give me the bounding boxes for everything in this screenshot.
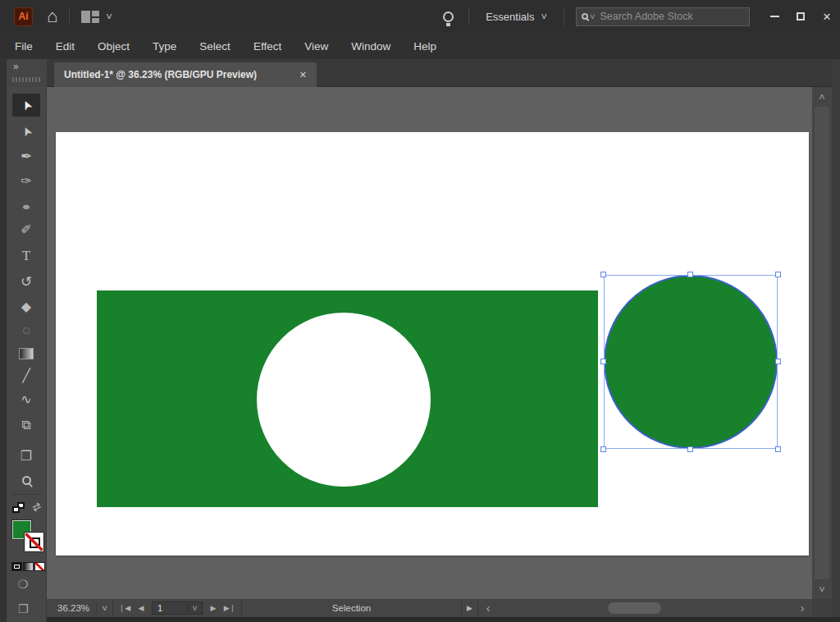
arrange-documents-chevron-icon[interactable]: ˅: [106, 11, 112, 22]
eyedropper-tool[interactable]: ╱: [12, 364, 40, 387]
stroke-color-swatch[interactable]: [25, 533, 43, 551]
puppet-warp-tool-icon: ∿: [21, 393, 31, 406]
menu-window[interactable]: Window: [340, 33, 402, 59]
left-edge-strip: [0, 59, 7, 622]
rotate-tool-icon: ↺: [21, 275, 32, 289]
eyedropper-tool-icon: ╱: [22, 369, 30, 382]
status-menu-arrow-icon[interactable]: ▶: [462, 599, 478, 617]
selected-circle-group[interactable]: [604, 275, 778, 449]
status-display: Selection: [242, 599, 462, 617]
first-artboard-button[interactable]: ❘◀: [116, 604, 133, 612]
horizontal-scrollbar[interactable]: ‹ ›: [478, 599, 812, 617]
arrange-documents-icon[interactable]: [81, 11, 99, 23]
maximize-button[interactable]: [788, 6, 814, 27]
color-button[interactable]: [11, 562, 22, 571]
minimize-button[interactable]: [761, 6, 788, 27]
pen-tool[interactable]: ✒: [12, 144, 40, 167]
zoom-level-dropdown[interactable]: 36.23% ˅: [51, 599, 113, 617]
direct-selection-tool-icon: ➤: [19, 124, 34, 139]
menu-file[interactable]: File: [3, 33, 44, 59]
selection-handle[interactable]: [600, 446, 606, 452]
selection-handle[interactable]: [600, 359, 606, 364]
selection-tool[interactable]: ➤: [12, 94, 40, 117]
type-tool-icon: T: [22, 249, 30, 263]
default-fill-chip: [12, 506, 20, 513]
artboard-navigation: ❘◀ ◀ 1 ˅ ▶ ▶❘: [113, 599, 242, 617]
home-icon[interactable]: ⌂: [47, 7, 57, 25]
selection-bounding-box: [604, 275, 778, 449]
menu-type[interactable]: Type: [141, 33, 188, 59]
puppet-warp-tool[interactable]: ∿: [12, 388, 40, 411]
ellipse-tool[interactable]: ●: [12, 194, 40, 217]
right-edge-strip: [832, 59, 840, 617]
next-artboard-button[interactable]: ▶: [205, 604, 221, 612]
titlebar-separator: [564, 7, 564, 25]
tools-panel: ➤ ➤ ✒ ✑ ● ✐ T ↺ ◆ ◌ ╱ ∿ ⧉ ❐ ⇄ ❍ ❒: [7, 87, 47, 622]
vertical-scroll-thumb[interactable]: [815, 107, 829, 579]
gradient-tool[interactable]: [12, 342, 40, 365]
search-input[interactable]: [598, 10, 729, 23]
direct-selection-tool[interactable]: ➤: [12, 120, 40, 143]
drawing-modes-icon[interactable]: ❍: [18, 578, 29, 591]
scroll-down-icon[interactable]: ˅: [812, 581, 832, 597]
type-tool[interactable]: T: [12, 244, 40, 267]
selection-handle[interactable]: [687, 272, 693, 277]
menu-effect[interactable]: Effect: [242, 33, 293, 59]
document-tab-title: Untitled-1* @ 36.23% (RGB/GPU Preview): [64, 69, 257, 80]
white-circle-shape[interactable]: [257, 313, 431, 487]
menu-help[interactable]: Help: [402, 33, 448, 59]
tab-close-icon[interactable]: ✕: [299, 70, 307, 80]
paintbrush-tool[interactable]: ✐: [12, 218, 40, 241]
artboard-tool[interactable]: ❐: [12, 445, 40, 468]
document-tab-bar: Untitled-1* @ 36.23% (RGB/GPU Preview) ✕: [47, 59, 832, 87]
scroll-up-icon[interactable]: ˄: [812, 89, 832, 105]
menu-view[interactable]: View: [293, 33, 340, 59]
selection-handle[interactable]: [775, 359, 781, 364]
gradient-button[interactable]: [23, 562, 34, 571]
status-bar: 36.23% ˅ ❘◀ ◀ 1 ˅ ▶ ▶❘ Selection ▶ ‹ ›: [47, 599, 812, 617]
green-rectangle-shape[interactable]: [97, 290, 598, 507]
illustrator-app-icon[interactable]: Ai: [14, 7, 33, 26]
screen-mode-icon[interactable]: ❒: [18, 602, 29, 615]
ideas-lightbulb-icon[interactable]: [443, 11, 454, 22]
gradient-tool-icon: [19, 348, 34, 359]
titlebar-separator: [69, 7, 70, 25]
artboard[interactable]: [56, 132, 809, 556]
artboard-number-field[interactable]: 1 ˅: [152, 601, 203, 615]
toolbar-expand-icon[interactable]: »: [13, 61, 20, 72]
menu-edit[interactable]: Edit: [44, 33, 86, 59]
selection-handle[interactable]: [775, 446, 781, 452]
adobe-stock-search[interactable]: ˅: [576, 7, 750, 26]
workspace-switcher[interactable]: Essentials ˅: [486, 11, 547, 23]
last-artboard-button[interactable]: ▶❘: [221, 604, 238, 612]
previous-artboard-button[interactable]: ◀: [133, 604, 149, 612]
zoom-level-value: 36.23%: [51, 603, 96, 613]
default-fill-stroke-icon[interactable]: [12, 502, 25, 513]
none-button[interactable]: [34, 562, 45, 571]
artboard-number-value: 1: [153, 603, 187, 613]
selection-handle[interactable]: [600, 272, 606, 277]
close-button[interactable]: ✕: [814, 6, 840, 27]
zoom-chevron-icon[interactable]: ˅: [96, 603, 112, 613]
selection-tool-icon: ➤: [19, 98, 34, 112]
menu-select[interactable]: Select: [188, 33, 242, 59]
scroll-right-icon[interactable]: ›: [792, 599, 812, 617]
shape-builder-tool[interactable]: ◌: [12, 319, 40, 342]
curvature-tool-icon: ✑: [21, 175, 31, 188]
selection-handle[interactable]: [687, 446, 693, 452]
curvature-tool[interactable]: ✑: [12, 170, 40, 193]
artboard-chevron-icon[interactable]: ˅: [187, 604, 202, 613]
scroll-left-icon[interactable]: ‹: [478, 599, 498, 617]
canvas-area[interactable]: [47, 87, 812, 599]
selection-handle[interactable]: [775, 272, 781, 277]
document-tab[interactable]: Untitled-1* @ 36.23% (RGB/GPU Preview) ✕: [54, 62, 317, 87]
zoom-tool[interactable]: [12, 469, 40, 492]
eraser-tool[interactable]: ◆: [12, 295, 40, 318]
vertical-scrollbar[interactable]: ˄ ˅: [812, 87, 832, 599]
swap-fill-stroke-icon[interactable]: ⇄: [30, 499, 43, 514]
menu-object[interactable]: Object: [86, 33, 141, 59]
toolbar-grip-handle[interactable]: [12, 77, 41, 82]
rotate-tool[interactable]: ↺: [12, 270, 40, 293]
blend-tool[interactable]: ⧉: [12, 414, 40, 437]
horizontal-scroll-thumb[interactable]: [608, 602, 661, 614]
